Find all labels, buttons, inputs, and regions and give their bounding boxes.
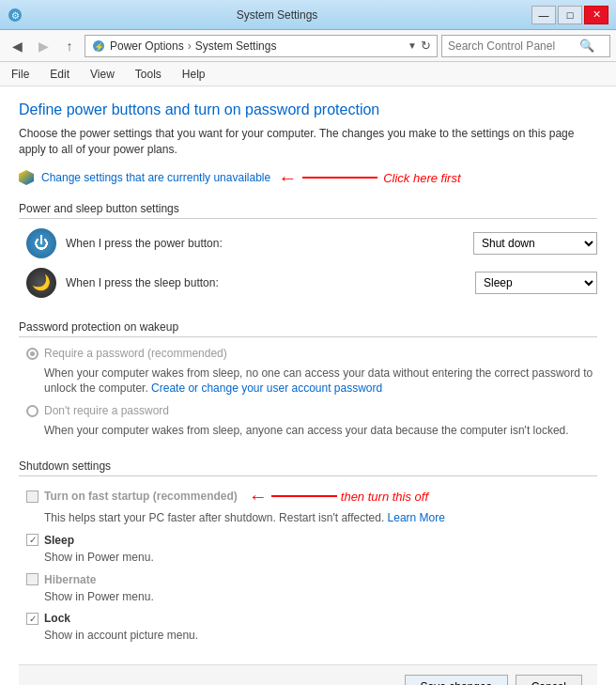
menu-edit[interactable]: Edit	[44, 66, 75, 83]
forward-button[interactable]: ▶	[32, 35, 54, 57]
save-button[interactable]: Save changes	[405, 675, 508, 685]
shield-icon	[19, 170, 34, 185]
lock-checkbox-desc: Show in account picture menu.	[19, 628, 597, 644]
maximize-button[interactable]: □	[558, 6, 582, 24]
hibernate-checkbox-label: Hibernate	[44, 573, 96, 586]
menu-tools[interactable]: Tools	[130, 66, 167, 83]
sleep-icon: 🌙	[26, 268, 56, 298]
bottom-bar: Save changes Cancel	[19, 664, 597, 685]
sleep-button-row: 🌙 When I press the sleep button: Sleep H…	[19, 268, 597, 298]
path-text: Power Options	[110, 39, 184, 53]
path-dropdown[interactable]: ▼	[408, 40, 417, 51]
shutdown-section: Shutdown settings Turn on fast startup (…	[19, 459, 597, 651]
close-button[interactable]: ✕	[584, 6, 608, 24]
no-password-desc: When your computer wakes from sleep, any…	[19, 423, 597, 439]
window-controls: — □ ✕	[531, 6, 608, 24]
learn-more-link[interactable]: Learn More	[388, 511, 445, 524]
fast-startup-label: Turn on fast startup (recommended)	[44, 490, 238, 503]
sleep-checkbox[interactable]	[26, 534, 38, 546]
hibernate-checkbox-row: Hibernate	[19, 573, 597, 586]
sleep-button-select[interactable]: Sleep Hibernate Shut down Do nothing	[475, 272, 597, 294]
search-input[interactable]	[448, 39, 579, 53]
path-icon: ⚡	[91, 39, 106, 54]
up-button[interactable]: ↑	[58, 35, 81, 57]
password-header: Password protection on wakeup	[19, 320, 597, 337]
menu-file[interactable]: File	[6, 66, 35, 83]
page-description: Choose the power settings that you want …	[19, 126, 597, 158]
menu-view[interactable]: View	[85, 66, 120, 83]
shutdown-header: Shutdown settings	[19, 459, 597, 476]
sleep-checkbox-row: Sleep	[19, 534, 597, 547]
sleep-checkbox-label: Sleep	[44, 534, 74, 547]
back-button[interactable]: ◀	[6, 35, 28, 57]
require-password-desc: When your computer wakes from sleep, no …	[19, 366, 597, 397]
sleep-button-label: When I press the sleep button:	[66, 276, 466, 289]
require-password-row: Require a password (recommended)	[19, 347, 597, 360]
fast-startup-row: Turn on fast startup (recommended) ← the…	[19, 486, 597, 507]
minimize-button[interactable]: —	[531, 6, 556, 24]
click-here-text: Click here first	[383, 171, 460, 185]
fast-startup-arrow-line	[271, 495, 337, 497]
no-password-label: Don't require a password	[44, 404, 169, 417]
address-path: ⚡ Power Options › System Settings ▼ ↻	[85, 35, 438, 57]
password-section: Password protection on wakeup Require a …	[19, 320, 597, 446]
title-bar: ⚙ System Settings — □ ✕	[0, 0, 616, 30]
cancel-button[interactable]: Cancel	[516, 675, 582, 685]
power-sleep-header: Power and sleep button settings	[19, 202, 597, 219]
power-sleep-section: Power and sleep button settings ⏻ When I…	[19, 202, 597, 307]
power-button-select[interactable]: Shut down Sleep Hibernate Turn off the d…	[473, 232, 597, 255]
sleep-checkbox-desc: Show in Power menu.	[19, 550, 597, 566]
click-here-annotation: ← Click here first	[278, 167, 460, 189]
left-arrow-icon: ←	[278, 167, 297, 189]
content-area: Define power buttons and turn on passwor…	[0, 86, 616, 685]
svg-text:⚡: ⚡	[94, 41, 105, 53]
page-title: Define power buttons and turn on passwor…	[19, 101, 597, 118]
search-box: 🔍	[441, 35, 610, 57]
power-button-label: When I press the power button:	[66, 237, 464, 250]
menu-bar: File Edit View Tools Help	[0, 62, 616, 86]
no-password-radio[interactable]	[26, 405, 38, 417]
hibernate-checkbox-desc: Show in Power menu.	[19, 589, 597, 605]
create-password-link[interactable]: Create or change your user account passw…	[151, 381, 382, 395]
app-icon: ⚙	[8, 8, 23, 23]
address-bar: ◀ ▶ ↑ ⚡ Power Options › System Settings …	[0, 30, 616, 62]
fast-startup-annotation: ← then turn this off	[249, 486, 428, 507]
search-icon[interactable]: 🔍	[579, 39, 594, 53]
lock-checkbox[interactable]	[26, 613, 38, 625]
path-current: System Settings	[195, 39, 277, 53]
fast-startup-checkbox[interactable]	[26, 490, 38, 503]
require-password-radio[interactable]	[26, 348, 38, 360]
lock-checkbox-row: Lock	[19, 612, 597, 625]
fast-startup-arrow-icon: ←	[249, 486, 268, 507]
change-settings-row: Change settings that are currently unava…	[19, 167, 597, 189]
change-settings-link[interactable]: Change settings that are currently unava…	[41, 171, 270, 184]
power-icon: ⏻	[26, 228, 56, 258]
no-password-row: Don't require a password	[19, 404, 597, 417]
lock-checkbox-label: Lock	[44, 612, 70, 625]
menu-help[interactable]: Help	[177, 66, 211, 83]
fast-startup-annotation-text: then turn this off	[341, 490, 428, 504]
arrow-line	[302, 177, 377, 179]
path-refresh[interactable]: ↻	[421, 39, 431, 53]
fast-startup-desc: This helps start your PC faster after sh…	[19, 510, 597, 526]
svg-text:⚙: ⚙	[11, 10, 20, 21]
window-title: System Settings	[23, 8, 531, 22]
power-button-row: ⏻ When I press the power button: Shut do…	[19, 228, 597, 258]
require-password-label: Require a password (recommended)	[44, 347, 227, 360]
hibernate-checkbox[interactable]	[26, 573, 38, 585]
